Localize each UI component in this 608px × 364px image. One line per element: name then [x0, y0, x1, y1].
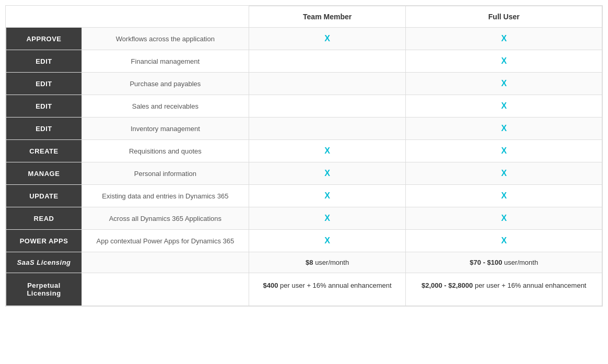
saas-description-cell [82, 252, 249, 273]
full-user-check: X [406, 162, 602, 185]
saas-full-user-price: $70 - $100 user/month [406, 252, 602, 273]
team-member-check: X [249, 230, 406, 252]
team-member-check [249, 50, 406, 73]
full-user-check: X [406, 28, 602, 50]
col-header-team-member: Team Member [249, 6, 406, 28]
description-cell: Financial management [82, 50, 249, 73]
full-user-check: X [406, 50, 602, 73]
team-member-check: X [249, 28, 406, 50]
team-member-check: X [249, 185, 406, 207]
full-user-check: X [406, 230, 602, 252]
perpetual-full-user-price: $2,000 - $2,8000 per user + 16% annual e… [406, 273, 602, 306]
action-cell: POWER APPS [6, 230, 82, 252]
action-cell: UPDATE [6, 185, 82, 207]
description-cell: Personal information [82, 162, 249, 185]
action-cell: CREATE [6, 140, 82, 162]
team-member-check [249, 118, 406, 140]
description-cell: Existing data and entries in Dynamics 36… [82, 185, 249, 207]
saas-team-member-price: $8 user/month [249, 252, 406, 273]
team-member-check [249, 73, 406, 95]
action-cell: EDIT [6, 73, 82, 95]
saas-action-cell: SaaS Licensing [6, 252, 82, 273]
description-cell: Workflows across the application [82, 28, 249, 50]
action-cell: APPROVE [6, 28, 82, 50]
team-member-check: X [249, 207, 406, 230]
full-user-check: X [406, 207, 602, 230]
description-cell: Sales and receivables [82, 95, 249, 118]
col-header-action [6, 6, 82, 28]
perpetual-description-cell [82, 273, 249, 306]
team-member-check: X [249, 140, 406, 162]
action-cell: READ [6, 207, 82, 230]
comparison-table: Team Member Full User APPROVEWorkflows a… [5, 5, 603, 307]
description-cell: App contextual Power Apps for Dynamics 3… [82, 230, 249, 252]
full-user-check: X [406, 185, 602, 207]
description-cell: Purchase and payables [82, 73, 249, 95]
action-cell: MANAGE [6, 162, 82, 185]
perpetual-team-member-price: $400 per user + 16% annual enhancement [249, 273, 406, 306]
full-user-check: X [406, 118, 602, 140]
team-member-check: X [249, 162, 406, 185]
full-user-check: X [406, 95, 602, 118]
action-cell: EDIT [6, 50, 82, 73]
team-member-check [249, 95, 406, 118]
description-cell: Inventory management [82, 118, 249, 140]
action-cell: EDIT [6, 95, 82, 118]
perpetual-action-cell: PerpetualLicensing [6, 273, 82, 306]
action-cell: EDIT [6, 118, 82, 140]
col-header-full-user: Full User [406, 6, 602, 28]
col-header-description [82, 6, 249, 28]
full-user-check: X [406, 140, 602, 162]
description-cell: Across all Dynamics 365 Applications [82, 207, 249, 230]
full-user-check: X [406, 73, 602, 95]
description-cell: Requisitions and quotes [82, 140, 249, 162]
